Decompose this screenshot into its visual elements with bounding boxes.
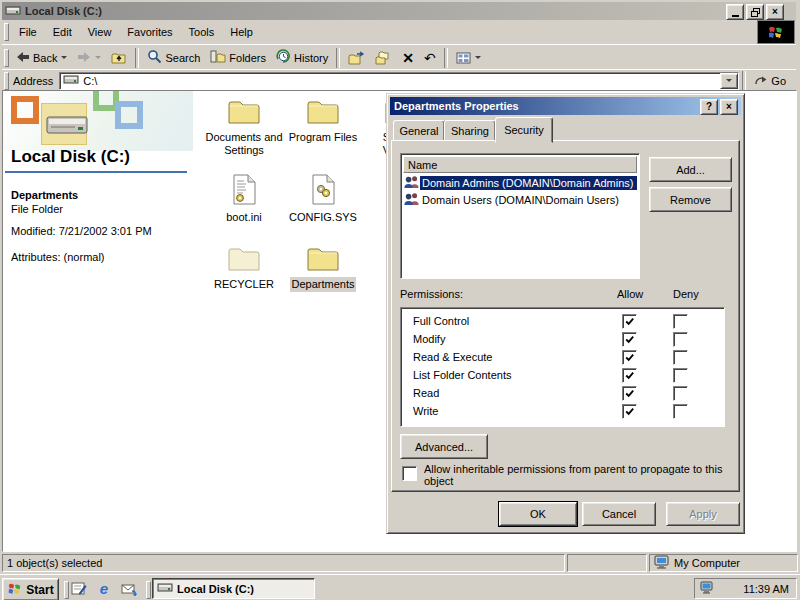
deny-checkbox-full-control[interactable]: [673, 314, 688, 329]
permission-row-full-control: Full Control: [401, 313, 724, 332]
addressbar-separator: [742, 71, 746, 91]
move-to-button[interactable]: [343, 48, 370, 68]
history-icon: [276, 49, 291, 66]
permission-row-modify: Modify: [401, 331, 724, 350]
taskbar-clock[interactable]: 11:39 AM: [743, 583, 789, 595]
deny-checkbox-read-execute[interactable]: [673, 350, 688, 365]
group-icon: [404, 192, 419, 208]
undo-button[interactable]: ↶: [419, 48, 441, 68]
list-item-domain-admins[interactable]: Domain Admins (DOMAIN\Domain Admins): [403, 174, 637, 191]
forward-icon: [77, 51, 91, 65]
go-button[interactable]: Go: [749, 71, 791, 91]
internet-explorer-icon[interactable]: e: [95, 580, 113, 597]
taskband-grip[interactable]: [146, 581, 151, 599]
show-desktop-icon[interactable]: [70, 580, 88, 597]
close-button[interactable]: ×: [766, 4, 784, 20]
taskbar: Start e Local Disk (C:) 11:39 AM: [0, 574, 800, 600]
folder-icon: [199, 97, 289, 127]
back-label: Back: [33, 52, 57, 64]
name-column-header[interactable]: Name: [403, 156, 637, 173]
menubar-grip[interactable]: [4, 23, 9, 41]
menu-tools[interactable]: Tools: [181, 24, 223, 40]
deny-checkbox-modify[interactable]: [673, 332, 688, 347]
deny-checkbox-write[interactable]: [673, 404, 688, 419]
menu-view[interactable]: View: [80, 24, 120, 40]
add-button[interactable]: Add...: [649, 157, 732, 182]
forward-dropdown-icon[interactable]: [95, 56, 101, 59]
toolbar-separator: [444, 48, 448, 68]
toolbar-separator: [336, 48, 340, 68]
windows-logo-throbber: [757, 20, 795, 44]
cancel-button[interactable]: Cancel: [582, 502, 656, 526]
acl-name-list[interactable]: Name Domain Admins (DOMAIN\Domain Admins…: [400, 153, 640, 279]
file-config-sys[interactable]: CONFIG.SYS: [278, 174, 368, 225]
dialog-close-button[interactable]: ×: [720, 99, 738, 115]
window-title: Local Disk (C:): [25, 5, 102, 17]
toolbar-grip[interactable]: [4, 49, 9, 67]
file-program-files[interactable]: Program Files: [278, 97, 368, 145]
deny-checkbox-read[interactable]: [673, 386, 688, 401]
addressbar-grip[interactable]: [4, 72, 9, 90]
start-button[interactable]: Start: [2, 578, 59, 600]
file-boot-ini[interactable]: boot.ini: [199, 174, 289, 225]
restore-button[interactable]: [746, 4, 764, 20]
group-icon: [404, 175, 419, 191]
disk-icon: [5, 5, 21, 18]
outlook-express-icon[interactable]: [119, 580, 137, 597]
menu-file[interactable]: File: [11, 24, 45, 40]
ok-button[interactable]: OK: [499, 502, 577, 526]
back-dropdown-icon[interactable]: [61, 56, 67, 59]
status-zone: My Computer: [649, 554, 798, 572]
search-icon: [147, 49, 162, 66]
tab-general[interactable]: General: [393, 120, 445, 142]
back-button[interactable]: Back: [11, 48, 72, 68]
inherit-permissions-checkbox[interactable]: [402, 466, 417, 481]
disk-icon: [63, 74, 79, 87]
remove-button[interactable]: Remove: [649, 187, 732, 212]
history-label: History: [294, 52, 328, 64]
apply-button[interactable]: Apply: [666, 502, 740, 526]
file-documents-and-settings[interactable]: Documents and Settings: [199, 97, 289, 158]
tab-sharing[interactable]: Sharing: [444, 120, 496, 142]
advanced-button[interactable]: Advanced...: [400, 434, 488, 459]
deny-column-header: Deny: [673, 288, 699, 300]
forward-button[interactable]: [72, 48, 106, 68]
system-tray: 11:39 AM: [694, 578, 797, 599]
folders-icon: [210, 50, 226, 65]
menu-help[interactable]: Help: [222, 24, 261, 40]
quicklaunch-grip[interactable]: [64, 581, 69, 599]
tab-security[interactable]: Security: [495, 117, 553, 143]
explorer-titlebar: Local Disk (C:) ×: [2, 2, 796, 20]
history-button[interactable]: History: [271, 48, 333, 68]
copy-to-button[interactable]: [370, 48, 397, 68]
up-button[interactable]: [106, 48, 132, 68]
help-button[interactable]: ?: [700, 99, 718, 115]
allow-checkbox-write[interactable]: [622, 404, 637, 419]
address-dropdown-button[interactable]: [720, 73, 738, 89]
menu-edit[interactable]: Edit: [45, 24, 80, 40]
tray-display-icon[interactable]: [700, 581, 715, 596]
permission-row-read-execute: Read & Execute: [401, 349, 724, 368]
webview-rule: [5, 171, 187, 173]
delete-button[interactable]: ✕: [397, 48, 419, 68]
allow-checkbox-modify[interactable]: [622, 332, 637, 347]
menu-favorites[interactable]: Favorites: [119, 24, 180, 40]
allow-checkbox-full-control[interactable]: [622, 314, 637, 329]
folders-button[interactable]: Folders: [205, 48, 271, 68]
search-button[interactable]: Search: [142, 48, 205, 68]
views-button[interactable]: [451, 48, 486, 68]
views-dropdown-icon[interactable]: [475, 56, 481, 59]
deny-checkbox-list-folder-contents[interactable]: [673, 368, 688, 383]
allow-checkbox-read[interactable]: [622, 386, 637, 401]
list-item-domain-users[interactable]: Domain Users (DOMAIN\Domain Users): [403, 191, 637, 208]
file-recycler[interactable]: RECYCLER: [199, 244, 289, 292]
selected-item-modified: Modified: 7/21/2002 3:01 PM: [11, 225, 152, 237]
minimize-button[interactable]: [726, 4, 744, 20]
allow-checkbox-read-execute[interactable]: [622, 350, 637, 365]
address-input[interactable]: C:\: [59, 72, 739, 90]
undo-icon: ↶: [424, 52, 436, 64]
back-icon: [16, 51, 30, 65]
taskbar-button-local-disk[interactable]: Local Disk (C:): [152, 578, 315, 599]
file-departments[interactable]: Departments: [278, 244, 368, 292]
allow-checkbox-list-folder-contents[interactable]: [622, 368, 637, 383]
